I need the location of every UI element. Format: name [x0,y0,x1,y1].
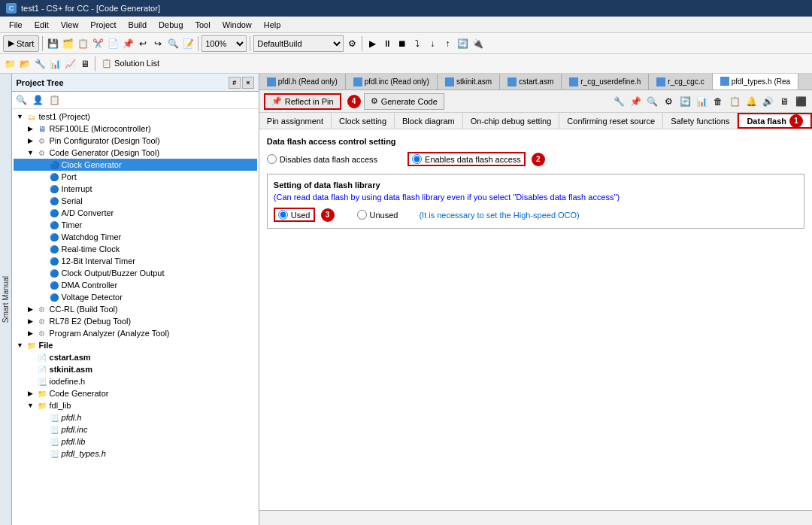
save-all-icon[interactable]: 🗂️ [61,37,74,50]
sub-tab-safetyfunctions[interactable]: Safety functions [663,113,738,129]
action-tool-3[interactable]: 🔍 [645,95,659,108]
expand-interrupt[interactable] [38,184,48,194]
expand-dma[interactable] [38,280,48,290]
tree-item-stkinit[interactable]: 📄 stkinit.asm [14,363,257,375]
toolbar-icon-9[interactable]: 📝 [181,37,195,50]
tab-pfdltypes[interactable]: pfdl_types.h (Rea [713,74,798,90]
smart-manual-tab[interactable]: Smart Manual [0,74,12,525]
action-tool-10[interactable]: 🔊 [761,95,774,108]
tree-item-timer[interactable]: 🔵 Timer [14,219,257,231]
tree-item-clockout[interactable]: 🔵 Clock Output/Buzzer Output [14,267,257,279]
run-icon[interactable]: ▶ [365,37,379,50]
tree-item-rl78e2[interactable]: ▶ ⚙ RL78 E2 (Debug Tool) [14,315,257,327]
menu-edit[interactable]: Edit [29,19,55,31]
sub-tab-dataflash[interactable]: Data flash 1 [738,113,812,129]
tree-item-fdllib[interactable]: ▼ 📁 fdl_lib [14,399,257,411]
tree-item-clockgen[interactable]: 🔵 Clock Generator [14,159,257,171]
expand-ccrl[interactable]: ▶ [26,304,36,314]
find-icon[interactable]: 🔍 [166,37,180,50]
save-icon[interactable]: 💾 [46,37,59,50]
tree-item-rtclock[interactable]: 🔵 Real-time Clock [14,243,257,255]
expand-file[interactable]: ▼ [15,340,26,351]
tree-item-codegen[interactable]: ▼ ⚙ Code Generator (Design Tool) [14,147,257,159]
toolbar2-icon-6[interactable]: 🖥 [78,57,92,71]
sidebar-tool-1[interactable]: 🔍 [15,93,29,107]
menu-file[interactable]: File [3,19,29,31]
menu-debug[interactable]: Debug [153,19,189,31]
toolbar-icon-3[interactable]: 📋 [76,37,89,50]
expand-watchdog[interactable] [38,232,48,242]
tree-item-pfdltypes[interactable]: 📃 pfdl_types.h [14,448,257,460]
expand-port[interactable] [38,171,48,182]
toolbar2-icon-4[interactable]: 📊 [48,57,62,71]
pause-icon[interactable]: ⏸ [380,37,394,50]
redo-icon[interactable]: ↪ [151,37,165,50]
tree-item-r5f[interactable]: ▶ 🖥 R5F100LE (Microcontroller) [14,123,257,135]
expand-pfdlh[interactable] [38,412,48,423]
expand-12bit[interactable] [38,256,48,266]
enables-radio-item[interactable]: Enables data flash access [412,154,521,164]
expand-rtclock[interactable] [38,244,48,254]
stop-icon[interactable]: ⏹ [395,37,409,50]
connect-icon[interactable]: 🔌 [471,37,484,50]
tree-item-codegen2[interactable]: ▶ 📁 Code Generator [14,387,257,399]
tree-item-interrupt[interactable]: 🔵 Interrupt [14,183,257,195]
zoom-selector[interactable]: 100% [201,35,247,52]
unused-radio-item[interactable]: Unused [357,210,398,220]
sub-tab-confirmreset[interactable]: Confirming reset source [559,113,663,129]
expand-stkinit[interactable] [26,364,36,375]
toolbar2-icon-2[interactable]: 📂 [18,57,32,71]
tree-item-proganalyzer[interactable]: ▶ ⚙ Program Analyzer (Analyze Tool) [14,327,257,339]
menu-window[interactable]: Window [217,19,258,31]
tab-rcguserdefine[interactable]: r_cg_userdefine.h [562,74,649,90]
action-tool-5[interactable]: 🔄 [678,95,692,108]
expand-codegen2[interactable]: ▶ [26,388,36,399]
expand-r5f[interactable]: ▶ [26,123,36,134]
tree-item-file[interactable]: ▼ 📁 File [14,339,257,351]
sub-tab-blockdiagram[interactable]: Block diagram [395,113,463,129]
sidebar-expand-btn[interactable]: × [242,77,254,89]
expand-pinconfig[interactable]: ▶ [26,135,36,146]
unused-radio[interactable] [357,210,367,220]
used-radio-item[interactable]: Used [278,210,311,220]
tab-pfdlinc[interactable]: pfdl.inc (Read only) [346,74,438,90]
copy-icon[interactable]: 📄 [106,37,120,50]
expand-proganalyzer[interactable]: ▶ [26,328,36,338]
action-tool-11[interactable]: 🖥 [777,95,791,108]
action-tool-9[interactable]: 🔔 [744,95,758,108]
start-button[interactable]: ▶ Start [3,35,39,52]
action-tool-6[interactable]: 📊 [695,95,708,108]
expand-cstart[interactable] [26,352,36,363]
build-icon[interactable]: ⚙ [345,37,359,50]
reset-icon[interactable]: 🔄 [456,37,469,50]
step-over-icon[interactable]: ⤵ [411,37,424,50]
expand-pfdltypes[interactable] [38,448,48,459]
sidebar-tool-2[interactable]: 👤 [32,93,45,107]
tree-item-dma[interactable]: 🔵 DMA Controller [14,279,257,291]
undo-icon[interactable]: ↩ [136,37,150,50]
toolbar2-icon-1[interactable]: 📁 [3,57,17,71]
build-config-selector[interactable]: DefaultBuild [253,35,344,52]
tree-item-pfdlh[interactable]: 📃 pfdl.h [14,411,257,423]
expand-clockout[interactable] [38,268,48,278]
expand-ad[interactable] [38,208,48,218]
expand-timer[interactable] [38,220,48,230]
action-tool-7[interactable]: 🗑 [711,95,725,108]
expand-voltage[interactable] [38,292,48,302]
tree-item-test1[interactable]: ▼ 🗂 test1 (Project) [14,111,257,123]
expand-pfdllib[interactable] [38,436,48,447]
tree-item-iodefine[interactable]: 📃 iodefine.h [14,375,257,387]
menu-view[interactable]: View [55,19,85,31]
generate-code-button[interactable]: ⚙ Generate Code [364,93,444,110]
sub-tab-clocksetting[interactable]: Clock setting [332,113,395,129]
expand-pfdlinc[interactable] [38,424,48,435]
toolbar2-icon-3[interactable]: 🔧 [33,57,47,71]
tree-item-adconverter[interactable]: 🔵 A/D Converter [14,207,257,219]
toolbar2-icon-5[interactable]: 📈 [63,57,77,71]
tree-item-serial[interactable]: 🔵 Serial [14,195,257,207]
tree-item-watchdog[interactable]: 🔵 Watchdog Timer [14,231,257,243]
step-in-icon[interactable]: ↓ [426,37,439,50]
expand-clockgen[interactable] [38,159,48,170]
action-tool-4[interactable]: ⚙ [662,95,675,108]
tree-item-12bit[interactable]: 🔵 12-Bit Interval Timer [14,255,257,267]
